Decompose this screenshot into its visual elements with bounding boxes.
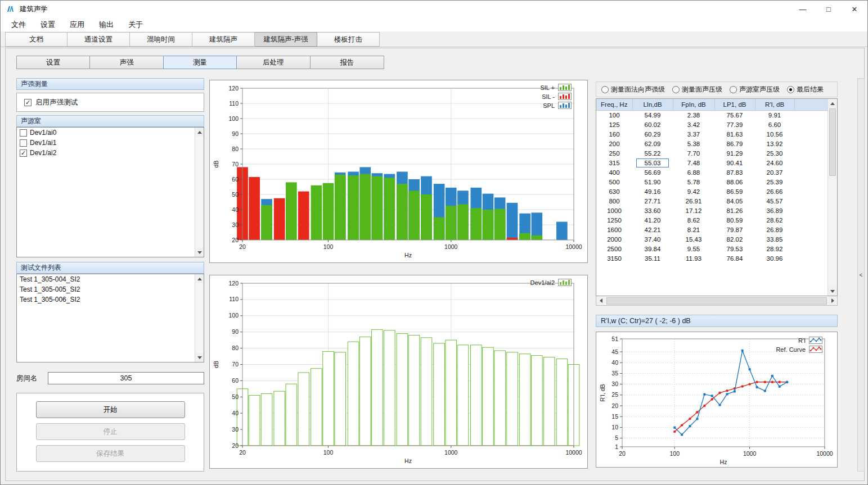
tab-building-insulation[interactable]: 建筑隔声 (192, 32, 255, 47)
table-cell[interactable]: 17.12 (673, 206, 714, 215)
menu-application[interactable]: 应用 (62, 18, 92, 31)
table-cell[interactable]: 84.05 (714, 196, 755, 206)
table-row[interactable]: 20062.095.3886.7913.92 (596, 139, 827, 148)
column-header[interactable]: Freq., Hz (596, 99, 632, 110)
table-cell[interactable]: 82.02 (714, 234, 755, 244)
table-row[interactable]: 12560.023.4277.396.60 (596, 120, 827, 129)
test-file-item[interactable]: Test 1_305-006_SI2 (17, 294, 194, 305)
scroll-down-button[interactable] (195, 248, 204, 257)
enable-intensity-row[interactable]: ✓ 启用声强测试 (16, 93, 204, 112)
table-cell[interactable]: 3.42 (673, 120, 714, 129)
table-cell[interactable]: 55.03 (632, 158, 673, 167)
table-cell[interactable]: 1250 (596, 215, 632, 225)
radio-source-room-spl[interactable]: 声源室声压级 (730, 85, 780, 94)
table-cell[interactable]: 91.29 (714, 148, 755, 158)
table-cell[interactable]: 77.39 (714, 120, 755, 129)
subtab-report[interactable]: 报告 (311, 56, 384, 69)
table-cell[interactable]: 200 (596, 139, 632, 148)
table-cell[interactable]: 88.06 (714, 177, 755, 187)
table-horizontal-scrollbar[interactable] (596, 296, 838, 306)
menu-output[interactable]: 输出 (92, 18, 121, 31)
table-cell[interactable]: 160 (596, 129, 632, 139)
table-cell[interactable]: 37.40 (632, 234, 673, 244)
channel-checkbox[interactable] (20, 129, 27, 137)
table-cell[interactable]: 49.16 (632, 187, 673, 196)
table-cell[interactable]: 10.56 (755, 129, 794, 139)
table-cell[interactable]: 86.79 (714, 139, 755, 148)
tab-building-insulation-intensity[interactable]: 建筑隔声-声强 (255, 32, 317, 47)
scroll-down-button[interactable] (195, 353, 204, 362)
table-cell[interactable]: 80.59 (714, 215, 755, 225)
table-cell[interactable]: 25.30 (755, 148, 794, 158)
table-vertical-scrollbar[interactable] (827, 99, 837, 296)
table-cell[interactable]: 27.71 (632, 196, 673, 206)
subtab-intensity[interactable]: 声强 (90, 56, 164, 69)
channel-checkbox[interactable]: ✓ (20, 149, 27, 157)
channel-item[interactable]: Dev1/ai1 (17, 138, 194, 148)
table-cell[interactable]: 400 (596, 167, 632, 177)
table-cell[interactable]: 3150 (596, 253, 632, 263)
column-header[interactable]: LIn,dB (632, 99, 673, 110)
column-header[interactable]: FpIn, dB (673, 99, 714, 110)
table-cell[interactable]: 6.60 (755, 120, 794, 129)
menu-settings[interactable]: 设置 (33, 18, 62, 31)
channel-list-scrollbar[interactable] (195, 128, 204, 257)
table-cell[interactable]: 15.43 (673, 234, 714, 244)
table-cell[interactable]: 26.66 (755, 187, 794, 196)
table-cell[interactable]: 2000 (596, 234, 632, 244)
table-row[interactable]: 10054.992.3875.679.91 (596, 110, 827, 120)
scroll-right-button[interactable] (828, 297, 837, 305)
table-cell[interactable]: 55.22 (632, 148, 673, 158)
table-cell[interactable]: 87.83 (714, 167, 755, 177)
table-row[interactable]: 63049.169.4286.5926.66 (596, 187, 827, 196)
table-cell[interactable]: 42.21 (632, 225, 673, 234)
tab-channel-settings[interactable]: 通道设置 (68, 32, 130, 47)
table-cell[interactable]: 500 (596, 177, 632, 187)
table-cell[interactable]: 26.89 (755, 225, 794, 234)
table-cell[interactable]: 1600 (596, 225, 632, 234)
table-cell[interactable]: 800 (596, 196, 632, 206)
enable-intensity-checkbox[interactable]: ✓ (24, 99, 32, 106)
table-cell[interactable]: 39.84 (632, 244, 673, 253)
table-cell[interactable]: 36.89 (755, 206, 794, 215)
tab-documents[interactable]: 文档 (5, 32, 68, 47)
table-cell[interactable]: 81.26 (714, 206, 755, 215)
table-row[interactable]: 100033.6017.1281.2636.89 (596, 206, 827, 215)
subtab-settings[interactable]: 设置 (16, 56, 90, 69)
table-cell[interactable]: 81.63 (714, 129, 755, 139)
subtab-measure[interactable]: 测量 (163, 56, 237, 69)
table-row[interactable]: 40056.696.8887.8320.37 (596, 167, 827, 177)
table-cell[interactable]: 75.67 (714, 110, 755, 120)
table-cell[interactable]: 11.93 (673, 253, 714, 263)
save-results-button[interactable]: 保存结果 (36, 445, 185, 462)
column-header[interactable]: R'I, dB (755, 99, 794, 110)
table-cell[interactable]: 5.78 (673, 177, 714, 187)
panel-collapse-handle[interactable]: < (857, 78, 865, 472)
stop-button[interactable]: 停止 (36, 423, 185, 440)
table-cell[interactable]: 41.20 (632, 215, 673, 225)
tab-floor-impact[interactable]: 楼板打击 (317, 32, 380, 47)
table-cell[interactable]: 20.37 (755, 167, 794, 177)
table-cell[interactable]: 1000 (596, 206, 632, 215)
table-cell[interactable]: 35.11 (632, 253, 673, 263)
table-cell[interactable]: 45.57 (755, 196, 794, 206)
scroll-down-button[interactable] (828, 287, 837, 296)
radio-normal-intensity-level[interactable]: 测量面法向声强级 (601, 85, 665, 94)
table-cell[interactable]: 60.29 (632, 129, 673, 139)
room-name-input[interactable] (48, 372, 204, 384)
scrollbar-track[interactable] (828, 108, 837, 287)
table-cell[interactable]: 3.37 (673, 129, 714, 139)
table-cell[interactable]: 25.39 (755, 177, 794, 187)
table-cell[interactable]: 86.59 (714, 187, 755, 196)
test-file-item[interactable]: Test 1_305-005_SI2 (17, 284, 194, 294)
maximize-button[interactable]: □ (816, 1, 842, 17)
table-cell[interactable]: 125 (596, 120, 632, 129)
table-cell[interactable]: 62.09 (632, 139, 673, 148)
table-cell[interactable]: 13.92 (755, 139, 794, 148)
channel-item[interactable]: Dev1/ai0 (17, 128, 194, 138)
table-cell[interactable]: 9.55 (673, 244, 714, 253)
scrollbar-thumb[interactable] (606, 297, 827, 305)
table-row[interactable]: 25055.227.7091.2925.30 (596, 148, 827, 158)
close-button[interactable]: ✕ (842, 1, 867, 17)
table-cell[interactable]: 24.60 (755, 158, 794, 167)
